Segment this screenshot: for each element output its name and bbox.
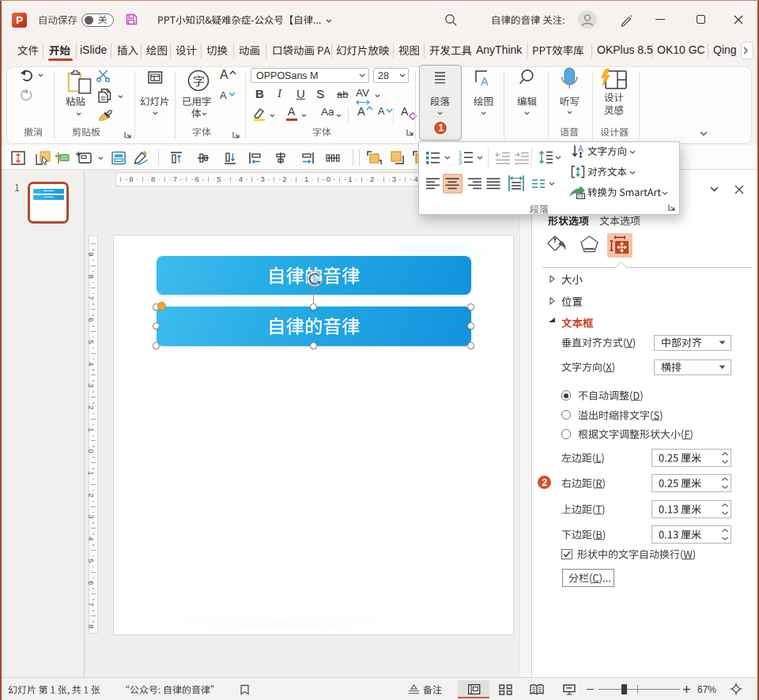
svg-text:P: P [16, 14, 23, 26]
svg-text:A: A [481, 75, 489, 87]
svg-text:3: 3 [459, 159, 462, 164]
